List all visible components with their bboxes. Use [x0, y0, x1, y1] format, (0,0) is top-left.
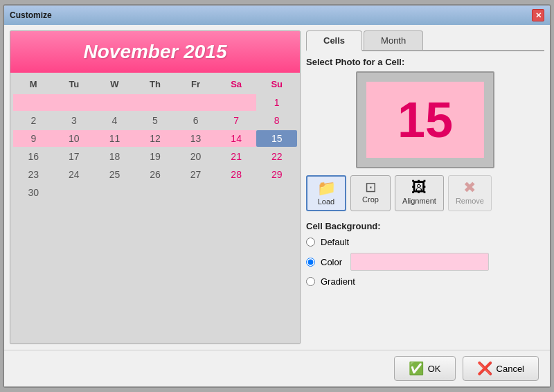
calendar-week-5: 23 24 25 26 27 28 29 [13, 166, 297, 183]
cal-cell-30[interactable]: 30 [13, 184, 54, 201]
calendar-panel: November 2015 M Tu W Th Fr Sa Su [10, 30, 301, 344]
day-header-tue: Tu [54, 75, 95, 93]
tab-cells[interactable]: Cells [306, 30, 362, 51]
radio-gradient-row: Gradient [306, 276, 544, 287]
alignment-label: Alignment [402, 197, 436, 205]
cal-cell-5[interactable]: 5 [135, 112, 176, 129]
cal-cell-empty [94, 184, 135, 201]
alignment-button[interactable]: 🖼 Alignment [395, 175, 444, 211]
radio-gradient[interactable] [306, 277, 315, 286]
cal-cell-empty[interactable] [13, 94, 54, 111]
load-label: Load [318, 197, 334, 206]
radio-default[interactable] [306, 238, 315, 247]
photo-preview-area: 15 [306, 71, 544, 168]
cal-cell-empty [54, 184, 95, 201]
radio-color-label: Color [321, 257, 342, 267]
cal-cell-8[interactable]: 8 [256, 112, 297, 129]
cal-cell-23[interactable]: 23 [13, 166, 54, 183]
cancel-icon: ❌ [477, 361, 492, 376]
cal-cell-6[interactable]: 6 [175, 112, 216, 129]
day-header-mon: M [13, 75, 54, 93]
day-header-fri: Fr [175, 75, 216, 93]
cal-cell-empty[interactable] [175, 94, 216, 111]
cal-cell-empty [175, 184, 216, 201]
cal-cell-25[interactable]: 25 [94, 166, 135, 183]
remove-label: Remove [456, 197, 484, 205]
crop-label: Crop [362, 195, 379, 204]
cal-cell-22[interactable]: 22 [256, 148, 297, 165]
calendar-grid: M Tu W Th Fr Sa Su 1 [10, 73, 300, 344]
calendar-week-6: 30 [13, 184, 297, 201]
day-header-wed: W [94, 75, 135, 93]
dialog-title: Customize [10, 10, 52, 20]
cal-cell-empty[interactable] [94, 94, 135, 111]
cal-cell-empty [135, 184, 176, 201]
cal-cell-28[interactable]: 28 [216, 166, 257, 183]
cal-cell-18[interactable]: 18 [94, 148, 135, 165]
cal-cell-26[interactable]: 26 [135, 166, 176, 183]
cal-cell-27[interactable]: 27 [175, 166, 216, 183]
photo-preview: 15 [356, 71, 494, 168]
tool-buttons: 📁 Load ⊡ Crop 🖼 Alignment ✖ Remove [306, 175, 544, 211]
cal-cell-13[interactable]: 13 [175, 130, 216, 147]
tab-month[interactable]: Month [364, 30, 423, 50]
cancel-button[interactable]: ❌ Cancel [463, 356, 539, 381]
load-button[interactable]: 📁 Load [306, 175, 346, 211]
cal-cell-14[interactable]: 14 [216, 130, 257, 147]
customize-dialog: Customize ✕ November 2015 M Tu W Th Fr S… [3, 4, 551, 388]
cancel-label: Cancel [497, 364, 524, 374]
cal-cell-19[interactable]: 19 [135, 148, 176, 165]
calendar-month-year: November 2015 [83, 41, 226, 62]
remove-button[interactable]: ✖ Remove [448, 175, 492, 211]
cal-cell-11[interactable]: 11 [94, 130, 135, 147]
calendar-header: November 2015 [10, 31, 300, 73]
cal-cell-10[interactable]: 10 [54, 130, 95, 147]
cal-cell-24[interactable]: 24 [54, 166, 95, 183]
cal-cell-4[interactable]: 4 [94, 112, 135, 129]
calendar-header-row: M Tu W Th Fr Sa Su [13, 75, 297, 93]
cal-cell-7[interactable]: 7 [216, 112, 257, 129]
remove-icon: ✖ [463, 180, 476, 195]
cal-cell-20[interactable]: 20 [175, 148, 216, 165]
load-icon: 📁 [317, 181, 336, 196]
day-header-sun: Su [256, 75, 297, 93]
ok-icon: ✅ [409, 361, 424, 376]
cal-cell-21[interactable]: 21 [216, 148, 257, 165]
cal-cell-16[interactable]: 16 [13, 148, 54, 165]
crop-button[interactable]: ⊡ Crop [350, 175, 391, 211]
cal-cell-empty[interactable] [54, 94, 95, 111]
cal-cell-2[interactable]: 2 [13, 112, 54, 129]
day-header-thu: Th [135, 75, 176, 93]
alignment-icon: 🖼 [411, 180, 427, 195]
radio-default-row: Default [306, 237, 544, 247]
close-button[interactable]: ✕ [532, 9, 544, 21]
calendar-week-2: 2 3 4 5 6 7 8 [13, 112, 297, 129]
cal-cell-empty[interactable] [216, 94, 257, 111]
day-header-sat: Sa [216, 75, 257, 93]
cal-cell-15[interactable]: 15 [256, 130, 297, 147]
cal-cell-29[interactable]: 29 [256, 166, 297, 183]
cal-cell-empty [256, 184, 297, 201]
cal-cell-1[interactable]: 1 [256, 94, 297, 111]
tab-bar: Cells Month [306, 30, 544, 51]
calendar-week-1: 1 [13, 94, 297, 111]
main-content: November 2015 M Tu W Th Fr Sa Su [4, 25, 550, 350]
cal-cell-empty[interactable] [135, 94, 176, 111]
cal-cell-3[interactable]: 3 [54, 112, 95, 129]
radio-color[interactable] [306, 258, 315, 267]
color-swatch[interactable] [350, 253, 489, 271]
cal-cell-9[interactable]: 9 [13, 130, 54, 147]
cal-cell-empty [216, 184, 257, 201]
photo-section-title: Select Photo for a Cell: [306, 57, 544, 67]
calendar-week-3: 9 10 11 12 13 14 15 [13, 130, 297, 147]
cal-cell-12[interactable]: 12 [135, 130, 176, 147]
cal-cell-17[interactable]: 17 [54, 148, 95, 165]
controls-panel: Cells Month Select Photo for a Cell: 15 … [306, 30, 544, 344]
radio-default-label: Default [321, 237, 349, 247]
calendar-week-4: 16 17 18 19 20 21 22 [13, 148, 297, 165]
ok-label: OK [428, 364, 441, 374]
ok-button[interactable]: ✅ OK [394, 356, 456, 381]
radio-gradient-label: Gradient [321, 276, 355, 287]
photo-inner: 15 [366, 82, 484, 158]
crop-icon: ⊡ [365, 180, 377, 194]
